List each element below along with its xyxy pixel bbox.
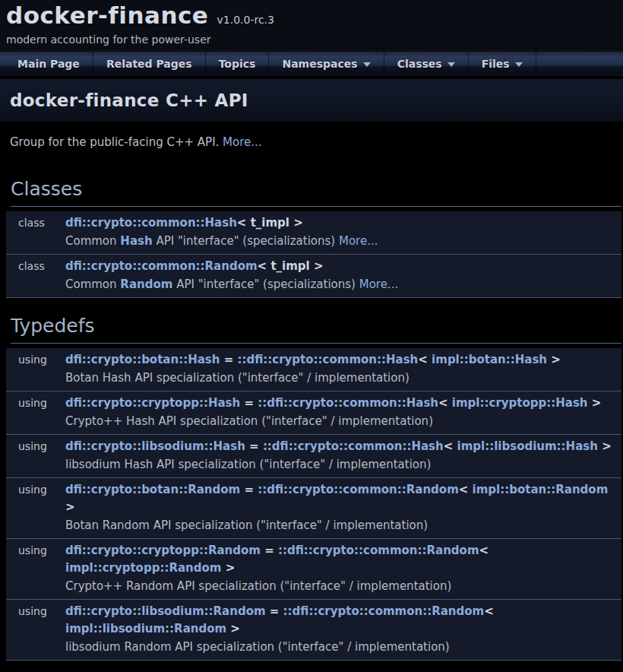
template-open: < [438, 396, 452, 410]
chevron-down-icon [515, 62, 523, 67]
target-type-link[interactable]: ::dfi::crypto::common::Random [258, 483, 459, 496]
equals-operator: = [245, 439, 263, 453]
impl-type-link[interactable]: impl::libsodium::Hash [457, 439, 598, 453]
template-open: < [418, 353, 432, 366]
typedef-link[interactable]: dfi::crypto::botan::Random [65, 483, 240, 496]
class-link[interactable]: dfi::crypto::common::Random [65, 259, 258, 273]
template-close: > [588, 396, 602, 410]
typedef-link[interactable]: dfi::crypto::libsodium::Random [65, 604, 266, 618]
member-kind: using [6, 438, 65, 474]
template-open: < [479, 544, 489, 557]
template-close: > [598, 439, 612, 453]
more-link[interactable]: More... [223, 135, 262, 149]
row-separator [6, 660, 621, 661]
table-row: class dfi::crypto::common::Random< t_imp… [6, 255, 621, 297]
nav-item-label: Related Pages [106, 58, 192, 70]
template-close: > [226, 622, 240, 636]
project-tagline: modern accounting for the power-user [6, 33, 623, 46]
member-kind: using [6, 395, 65, 430]
target-type-link[interactable]: ::dfi::crypto::common::Random [283, 604, 485, 618]
template-open: < [459, 483, 473, 496]
more-link[interactable]: More... [339, 234, 378, 248]
member-name: dfi::crypto::botan::Random = ::dfi::cryp… [65, 481, 615, 516]
target-type-link[interactable]: ::dfi::crypto::common::Random [278, 544, 479, 557]
table-row: class dfi::crypto::common::Hash< t_impl … [6, 211, 621, 254]
table-row: using dfi::crypto::libsodium::Random = :… [6, 600, 621, 660]
nav-item-related-pages[interactable]: Related Pages [93, 52, 206, 76]
member-kind: using [6, 603, 65, 656]
table-row: using dfi::crypto::botan::Hash = ::dfi::… [6, 348, 621, 391]
typedef-link[interactable]: dfi::crypto::libsodium::Hash [65, 439, 245, 453]
impl-type-link[interactable]: impl::libsodium::Random [65, 622, 226, 636]
member-name: dfi::crypto::libsodium::Hash = ::dfi::cr… [65, 438, 615, 455]
class-link[interactable]: Hash [120, 234, 152, 248]
page-header: docker-finance C++ API [0, 79, 623, 122]
intro-text: Group for the public-facing C++ API. [10, 135, 223, 149]
classes-table: class dfi::crypto::common::Hash< t_impl … [6, 211, 621, 298]
class-link[interactable]: dfi::crypto::common::Hash [65, 216, 237, 230]
member-description: libsodium Random API specialization ("in… [65, 638, 615, 656]
template-open: < [444, 439, 457, 453]
table-row: using dfi::crypto::botan::Random = ::dfi… [6, 478, 621, 538]
nav-item-topics[interactable]: Topics [206, 52, 270, 76]
equals-operator: = [220, 353, 237, 366]
template-open: < [484, 604, 494, 618]
member-name: dfi::crypto::cryptopp::Random = ::dfi::c… [65, 542, 615, 577]
member-description: Crypto++ Random API specialization ("int… [65, 577, 615, 595]
equals-operator: = [240, 396, 258, 410]
typedef-link[interactable]: dfi::crypto::cryptopp::Hash [65, 396, 240, 410]
impl-type-link[interactable]: impl::cryptopp::Hash [452, 396, 588, 410]
member-description: Crypto++ Hash API specialization ("inter… [65, 412, 615, 430]
project-title: docker-finance [6, 2, 208, 29]
nav-item-files[interactable]: Files [469, 52, 536, 76]
member-description: Botan Random API specialization ("interf… [65, 516, 615, 534]
nav-item-classes[interactable]: Classes [384, 52, 469, 76]
nav-item-namespaces[interactable]: Namespaces [269, 52, 384, 76]
nav-item-label: Topics [219, 58, 256, 70]
member-name: dfi::crypto::common::Hash< t_impl > [65, 214, 615, 232]
chevron-down-icon [447, 62, 455, 67]
page-title: docker-finance C++ API [10, 90, 248, 110]
table-row: using dfi::crypto::cryptopp::Hash = ::df… [6, 391, 621, 434]
member-kind: class [6, 214, 65, 250]
template-args: < t_impl > [237, 216, 303, 230]
template-close: > [547, 353, 561, 366]
desc-text: Common [65, 277, 120, 291]
member-kind: using [6, 351, 65, 387]
equals-operator: = [240, 483, 258, 496]
equals-operator: = [261, 544, 278, 557]
main-navbar: Main Page Related Pages Topics Namespace… [0, 52, 623, 77]
project-header: docker-finance v1.0.0-rc.3 modern accoun… [0, 0, 623, 52]
template-close: > [221, 561, 235, 575]
target-type-link[interactable]: ::dfi::crypto::common::Hash [263, 439, 444, 453]
page-content: Group for the public-facing C++ API. Mor… [0, 122, 623, 672]
target-type-link[interactable]: ::dfi::crypto::common::Hash [258, 396, 438, 410]
typedef-link[interactable]: dfi::crypto::cryptopp::Random [65, 544, 261, 557]
target-type-link[interactable]: ::dfi::crypto::common::Hash [237, 353, 418, 366]
nav-item-label: Main Page [17, 58, 80, 70]
impl-type-link[interactable]: impl::botan::Hash [432, 353, 547, 366]
member-name: dfi::crypto::botan::Hash = ::dfi::crypto… [65, 351, 615, 369]
desc-text: API "interface" (specializations) [172, 277, 359, 291]
member-description: Common Hash API "interface" (specializat… [65, 232, 615, 250]
nav-item-main-page[interactable]: Main Page [5, 52, 93, 76]
member-name: dfi::crypto::libsodium::Random = ::dfi::… [65, 603, 615, 638]
member-name: dfi::crypto::common::Random< t_impl > [65, 258, 615, 275]
member-kind: class [6, 258, 65, 293]
typedefs-table: using dfi::crypto::botan::Hash = ::dfi::… [6, 348, 621, 661]
class-link[interactable]: Random [120, 277, 172, 291]
more-link[interactable]: More... [359, 277, 399, 291]
impl-type-link[interactable]: impl::botan::Random [473, 483, 609, 496]
impl-type-link[interactable]: impl::cryptopp::Random [65, 561, 221, 575]
equals-operator: = [266, 604, 283, 618]
template-args: < t_impl > [258, 259, 324, 273]
member-description: Common Random API "interface" (specializ… [65, 275, 615, 293]
typedefs-heading: Typedefs [11, 315, 621, 344]
project-version: v1.0.0-rc.3 [217, 14, 274, 26]
row-separator [6, 297, 621, 298]
nav-item-label: Classes [397, 58, 442, 70]
typedef-link[interactable]: dfi::crypto::botan::Hash [65, 353, 220, 366]
member-description: libsodium Hash API specialization ("inte… [65, 455, 615, 474]
table-row: using dfi::crypto::libsodium::Hash = ::d… [6, 435, 621, 477]
nav-item-label: Namespaces [282, 58, 357, 70]
